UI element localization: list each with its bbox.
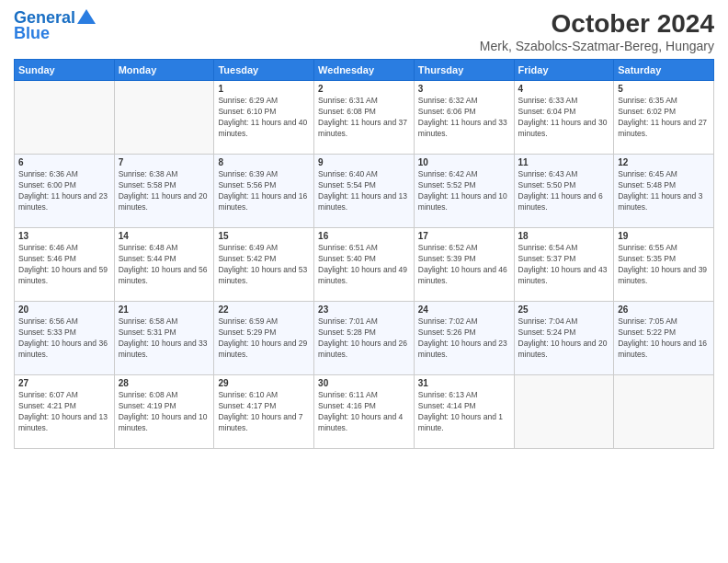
day-cell: 3Sunrise: 6:32 AM Sunset: 6:06 PM Daylig… [414,81,514,155]
day-cell: 7Sunrise: 6:38 AM Sunset: 5:58 PM Daylig… [114,155,214,228]
col-sunday: Sunday [15,60,115,81]
day-cell: 2Sunrise: 6:31 AM Sunset: 6:08 PM Daylig… [314,81,415,155]
logo: General Blue [14,9,96,43]
day-info: Sunrise: 6:48 AM Sunset: 5:44 PM Dayligh… [119,243,210,287]
day-info: Sunrise: 6:10 AM Sunset: 4:17 PM Dayligh… [218,390,310,434]
day-cell: 6Sunrise: 6:36 AM Sunset: 6:00 PM Daylig… [15,155,115,228]
day-info: Sunrise: 6:54 AM Sunset: 5:37 PM Dayligh… [518,243,610,287]
col-friday: Friday [514,60,614,81]
day-number: 19 [618,231,710,241]
day-number: 11 [518,157,610,167]
svg-marker-0 [77,9,96,24]
day-cell [614,375,714,449]
day-cell: 26Sunrise: 7:05 AM Sunset: 5:22 PM Dayli… [614,302,714,375]
day-number: 13 [18,231,110,241]
day-number: 27 [18,378,110,388]
day-info: Sunrise: 6:35 AM Sunset: 6:02 PM Dayligh… [618,96,710,140]
day-cell: 23Sunrise: 7:01 AM Sunset: 5:28 PM Dayli… [314,302,415,375]
day-cell [114,81,214,155]
day-cell: 14Sunrise: 6:48 AM Sunset: 5:44 PM Dayli… [114,228,214,302]
day-info: Sunrise: 6:07 AM Sunset: 4:21 PM Dayligh… [18,390,110,434]
day-number: 14 [119,231,210,241]
day-cell: 17Sunrise: 6:52 AM Sunset: 5:39 PM Dayli… [414,228,514,302]
day-info: Sunrise: 6:40 AM Sunset: 5:54 PM Dayligh… [318,169,410,213]
day-cell: 28Sunrise: 6:08 AM Sunset: 4:19 PM Dayli… [114,375,214,449]
day-cell: 8Sunrise: 6:39 AM Sunset: 5:56 PM Daylig… [214,155,314,228]
day-number: 5 [618,84,710,94]
day-cell: 25Sunrise: 7:04 AM Sunset: 5:24 PM Dayli… [514,302,614,375]
day-info: Sunrise: 6:38 AM Sunset: 5:58 PM Dayligh… [119,169,210,213]
day-info: Sunrise: 6:08 AM Sunset: 4:19 PM Dayligh… [119,390,210,434]
day-info: Sunrise: 6:45 AM Sunset: 5:48 PM Dayligh… [618,169,710,213]
day-number: 29 [218,378,310,388]
day-info: Sunrise: 6:43 AM Sunset: 5:50 PM Dayligh… [518,169,610,213]
day-info: Sunrise: 6:36 AM Sunset: 6:00 PM Dayligh… [18,169,110,213]
col-thursday: Thursday [414,60,514,81]
day-cell: 29Sunrise: 6:10 AM Sunset: 4:17 PM Dayli… [214,375,314,449]
col-monday: Monday [114,60,214,81]
day-info: Sunrise: 7:01 AM Sunset: 5:28 PM Dayligh… [318,316,410,361]
day-number: 21 [119,304,210,315]
page: General Blue October 2024 Merk, Szabolcs… [0,0,728,563]
day-info: Sunrise: 7:04 AM Sunset: 5:24 PM Dayligh… [518,316,610,361]
week-row-0: 1Sunrise: 6:29 AM Sunset: 6:10 PM Daylig… [15,81,714,155]
day-info: Sunrise: 6:29 AM Sunset: 6:10 PM Dayligh… [218,96,310,140]
col-saturday: Saturday [614,60,714,81]
day-number: 17 [418,231,510,241]
day-info: Sunrise: 6:32 AM Sunset: 6:06 PM Dayligh… [418,96,510,140]
day-info: Sunrise: 6:52 AM Sunset: 5:39 PM Dayligh… [418,243,510,287]
day-number: 8 [218,157,310,167]
week-row-3: 20Sunrise: 6:56 AM Sunset: 5:33 PM Dayli… [15,302,714,375]
day-number: 20 [18,304,110,315]
day-number: 28 [119,378,210,388]
day-number: 23 [318,304,410,315]
title-area: October 2024 Merk, Szabolcs-Szatmar-Bere… [480,9,714,53]
day-number: 1 [218,84,310,94]
day-number: 4 [518,84,610,94]
calendar-table: Sunday Monday Tuesday Wednesday Thursday… [14,59,714,449]
day-cell: 18Sunrise: 6:54 AM Sunset: 5:37 PM Dayli… [514,228,614,302]
day-number: 31 [418,378,510,388]
day-info: Sunrise: 6:13 AM Sunset: 4:14 PM Dayligh… [418,390,510,434]
day-number: 22 [218,304,310,315]
day-info: Sunrise: 6:39 AM Sunset: 5:56 PM Dayligh… [218,169,310,213]
day-cell: 11Sunrise: 6:43 AM Sunset: 5:50 PM Dayli… [514,155,614,228]
day-cell: 16Sunrise: 6:51 AM Sunset: 5:40 PM Dayli… [314,228,415,302]
day-info: Sunrise: 6:58 AM Sunset: 5:31 PM Dayligh… [119,316,210,361]
header-row: Sunday Monday Tuesday Wednesday Thursday… [15,60,714,81]
day-cell: 10Sunrise: 6:42 AM Sunset: 5:52 PM Dayli… [414,155,514,228]
week-row-2: 13Sunrise: 6:46 AM Sunset: 5:46 PM Dayli… [15,228,714,302]
header: General Blue October 2024 Merk, Szabolcs… [14,9,714,53]
day-info: Sunrise: 6:56 AM Sunset: 5:33 PM Dayligh… [18,316,110,361]
day-number: 9 [318,157,410,167]
day-info: Sunrise: 6:49 AM Sunset: 5:42 PM Dayligh… [218,243,310,287]
day-info: Sunrise: 6:42 AM Sunset: 5:52 PM Dayligh… [418,169,510,213]
day-info: Sunrise: 6:59 AM Sunset: 5:29 PM Dayligh… [218,316,310,361]
main-title: October 2024 [480,9,714,39]
col-tuesday: Tuesday [214,60,314,81]
day-cell: 24Sunrise: 7:02 AM Sunset: 5:26 PM Dayli… [414,302,514,375]
day-info: Sunrise: 7:02 AM Sunset: 5:26 PM Dayligh… [418,316,510,361]
day-cell: 19Sunrise: 6:55 AM Sunset: 5:35 PM Dayli… [614,228,714,302]
subtitle: Merk, Szabolcs-Szatmar-Bereg, Hungary [480,39,714,53]
logo-icon [77,7,96,26]
day-cell [514,375,614,449]
day-cell: 27Sunrise: 6:07 AM Sunset: 4:21 PM Dayli… [15,375,115,449]
day-number: 12 [618,157,710,167]
col-wednesday: Wednesday [314,60,415,81]
day-info: Sunrise: 6:31 AM Sunset: 6:08 PM Dayligh… [318,96,410,140]
day-cell: 22Sunrise: 6:59 AM Sunset: 5:29 PM Dayli… [214,302,314,375]
day-info: Sunrise: 6:55 AM Sunset: 5:35 PM Dayligh… [618,243,710,287]
day-cell: 21Sunrise: 6:58 AM Sunset: 5:31 PM Dayli… [114,302,214,375]
day-cell: 13Sunrise: 6:46 AM Sunset: 5:46 PM Dayli… [15,228,115,302]
day-number: 10 [418,157,510,167]
week-row-4: 27Sunrise: 6:07 AM Sunset: 4:21 PM Dayli… [15,375,714,449]
day-info: Sunrise: 6:46 AM Sunset: 5:46 PM Dayligh… [18,243,110,287]
day-info: Sunrise: 6:11 AM Sunset: 4:16 PM Dayligh… [318,390,410,434]
day-number: 7 [119,157,210,167]
day-cell: 15Sunrise: 6:49 AM Sunset: 5:42 PM Dayli… [214,228,314,302]
day-cell: 5Sunrise: 6:35 AM Sunset: 6:02 PM Daylig… [614,81,714,155]
day-cell [15,81,115,155]
day-number: 15 [218,231,310,241]
day-info: Sunrise: 6:51 AM Sunset: 5:40 PM Dayligh… [318,243,410,287]
